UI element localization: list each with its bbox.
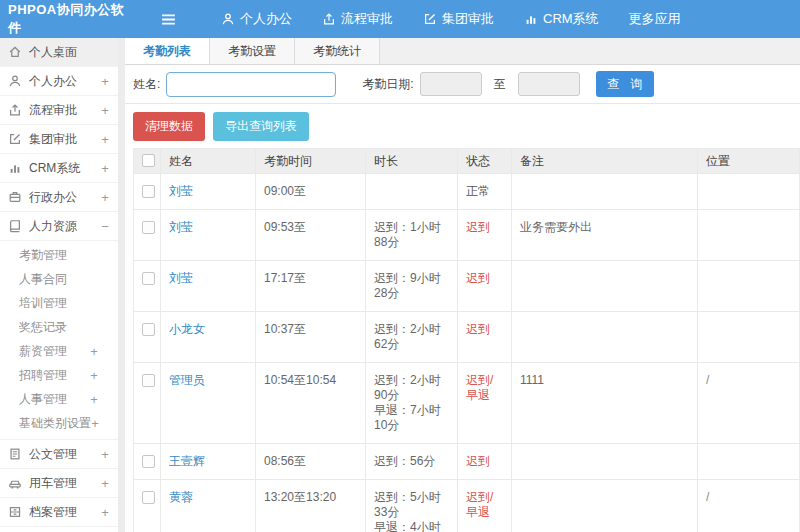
status-cell: 迟到 xyxy=(458,312,512,363)
expand-toggle[interactable]: + xyxy=(89,344,99,359)
select-all-checkbox[interactable] xyxy=(142,154,155,167)
expand-toggle[interactable]: + xyxy=(100,74,110,89)
sidebar-item[interactable]: 流程审批 + xyxy=(0,96,118,125)
duration-cell: 迟到：2小时90分 早退：7小时10分 xyxy=(366,363,458,444)
header-nav-item[interactable]: 个人办公 xyxy=(206,0,307,38)
expand-toggle[interactable]: + xyxy=(100,132,110,147)
header-nav-item[interactable]: CRM系统 xyxy=(509,0,614,38)
tab[interactable]: 考勤列表 xyxy=(125,38,210,64)
sidebar-item[interactable]: 集团审批 + xyxy=(0,125,118,154)
expand-toggle[interactable]: + xyxy=(100,161,110,176)
col-header-name: 姓名 xyxy=(161,149,256,174)
sidebar-sub-item[interactable]: 薪资管理 + xyxy=(0,339,118,363)
top-header: PHPOA协同办公软件 个人办公 流程审批 集团审批 CRM系统 更多应用 xyxy=(0,0,800,38)
sidebar-sub-item-label: 人事管理 xyxy=(19,391,89,408)
table-row: 王壹辉 08:56至 迟到：56分 迟到 xyxy=(134,444,800,480)
col-header-remark: 备注 xyxy=(512,149,698,174)
date-to-input[interactable] xyxy=(518,72,580,96)
nav-item-label: CRM系统 xyxy=(543,10,599,28)
nav-item-label: 流程审批 xyxy=(341,10,393,28)
employee-name-link[interactable]: 管理员 xyxy=(169,373,205,387)
hamburger-menu-icon xyxy=(160,11,177,28)
expand-toggle[interactable]: + xyxy=(100,103,110,118)
row-checkbox[interactable] xyxy=(142,491,155,504)
employee-name-link[interactable]: 刘莹 xyxy=(169,271,193,285)
sidebar-sub-item[interactable]: 人事合同 xyxy=(0,267,118,291)
clean-data-button[interactable]: 清理数据 xyxy=(133,112,205,141)
tab[interactable]: 考勤统计 xyxy=(295,38,380,64)
briefcase-icon xyxy=(8,190,22,204)
search-button[interactable]: 查 询 xyxy=(596,71,654,97)
employee-name-link[interactable]: 小龙女 xyxy=(169,322,205,336)
app-logo: PHPOA协同办公软件 xyxy=(0,1,128,37)
expand-toggle[interactable]: + xyxy=(100,505,110,520)
sidebar-toggle-button[interactable] xyxy=(148,11,188,28)
caret-down-icon xyxy=(688,14,698,24)
date-from-input[interactable] xyxy=(420,72,482,96)
table-row: 管理员 10:54至10:54 迟到：2小时90分 早退：7小时10分 迟到/早… xyxy=(134,363,800,444)
sidebar-sub-item[interactable]: 人事管理 + xyxy=(0,387,118,411)
expand-toggle[interactable]: + xyxy=(100,447,110,462)
table-row: 刘莹 09:53至 迟到：1小时88分 迟到 业务需要外出 xyxy=(134,210,800,261)
nav-item-label: 个人办公 xyxy=(240,10,292,28)
employee-name-link[interactable]: 刘莹 xyxy=(169,184,193,198)
remark-cell xyxy=(512,174,698,210)
sidebar-sub-item[interactable]: 招聘管理 + xyxy=(0,363,118,387)
expand-toggle[interactable]: + xyxy=(89,368,99,383)
expand-toggle[interactable]: + xyxy=(100,476,110,491)
sidebar-sub-item[interactable]: 基础类别设置 + xyxy=(0,411,118,435)
header-nav-item[interactable]: 流程审批 xyxy=(307,0,408,38)
attendance-time-cell: 09:53至 xyxy=(256,210,366,261)
attendance-table-wrap: 姓名 考勤时间 时长 状态 备注 位置 刘莹 09:00至 正常 刘莹 09:5… xyxy=(125,148,800,532)
header-nav-item[interactable]: 集团审批 xyxy=(408,0,509,38)
date-filter-label: 考勤日期: xyxy=(362,76,413,93)
tab[interactable]: 考勤设置 xyxy=(210,38,295,64)
expand-toggle[interactable]: − xyxy=(100,219,110,234)
expand-toggle[interactable]: + xyxy=(91,416,99,431)
duration-cell: 迟到：1小时88分 xyxy=(366,210,458,261)
sidebar-item[interactable]: 行政办公 + xyxy=(0,183,118,212)
attendance-time-cell: 13:20至13:20 xyxy=(256,480,366,532)
row-checkbox[interactable] xyxy=(142,272,155,285)
sidebar-item[interactable]: 项目管理 + xyxy=(0,527,118,532)
sidebar-item[interactable]: 人力资源 − xyxy=(0,212,118,241)
sidebar-sub-item-label: 考勤管理 xyxy=(19,247,89,264)
edit-icon xyxy=(8,132,22,146)
header-nav-item[interactable]: 更多应用 xyxy=(614,0,713,38)
sidebar-item-label: CRM系统 xyxy=(29,160,93,177)
location-cell xyxy=(698,174,800,210)
date-to-label: 至 xyxy=(494,76,506,93)
sidebar-item[interactable]: CRM系统 + xyxy=(0,154,118,183)
name-filter-input[interactable] xyxy=(166,72,336,97)
header-nav: 个人办公 流程审批 集团审批 CRM系统 更多应用 xyxy=(206,0,713,38)
sidebar-sub-item[interactable]: 培训管理 xyxy=(0,291,118,315)
attendance-time-cell: 08:56至 xyxy=(256,444,366,480)
share-icon xyxy=(322,12,336,26)
expand-toggle[interactable]: + xyxy=(100,190,110,205)
sidebar-item-label: 人力资源 xyxy=(29,218,93,235)
employee-name-link[interactable]: 刘莹 xyxy=(169,220,193,234)
row-checkbox[interactable] xyxy=(142,323,155,336)
sidebar-sub-item[interactable]: 考勤管理 xyxy=(0,243,118,267)
employee-name-link[interactable]: 王壹辉 xyxy=(169,454,205,468)
row-checkbox[interactable] xyxy=(142,455,155,468)
status-cell: 迟到/早退 xyxy=(458,363,512,444)
expand-toggle[interactable]: + xyxy=(89,392,99,407)
user-icon xyxy=(221,12,235,26)
row-checkbox[interactable] xyxy=(142,221,155,234)
employee-name-link[interactable]: 黄蓉 xyxy=(169,490,193,504)
row-checkbox[interactable] xyxy=(142,374,155,387)
duration-cell: 迟到：2小时62分 xyxy=(366,312,458,363)
user-icon xyxy=(8,74,22,88)
sidebar-item[interactable]: 档案管理 + xyxy=(0,498,118,527)
sidebar-item[interactable]: 个人桌面 xyxy=(0,38,118,67)
row-checkbox[interactable] xyxy=(142,185,155,198)
export-list-button[interactable]: 导出查询列表 xyxy=(213,112,309,141)
sidebar: 个人桌面 个人办公 + 流程审批 + 集团审批 + CRM系统 + 行政办公 +… xyxy=(0,38,118,532)
sidebar-sub-item[interactable]: 奖惩记录 xyxy=(0,315,118,339)
status-cell: 迟到 xyxy=(458,210,512,261)
sidebar-item[interactable]: 个人办公 + xyxy=(0,67,118,96)
sidebar-item[interactable]: 用车管理 + xyxy=(0,469,118,498)
sidebar-item[interactable]: 公文管理 + xyxy=(0,440,118,469)
attendance-time-cell: 10:37至 xyxy=(256,312,366,363)
